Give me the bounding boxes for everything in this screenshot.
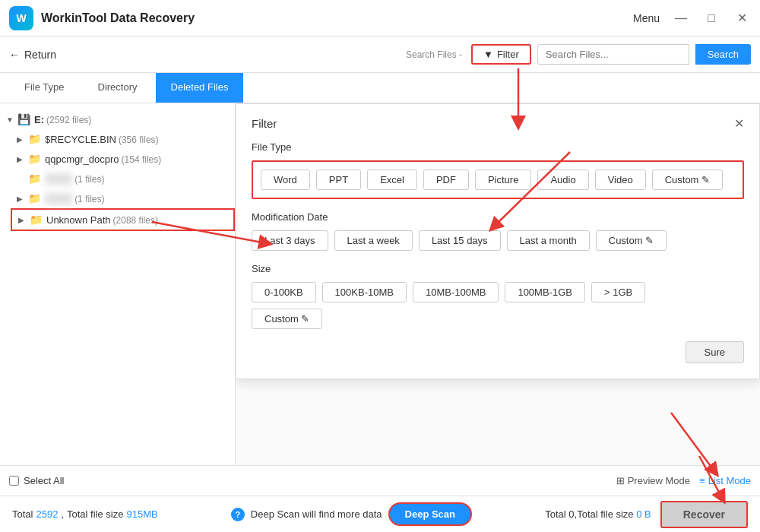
search-input[interactable] [537, 44, 689, 65]
tree-label-blurred: (1 files) [45, 193, 229, 204]
tree-item-recycle[interactable]: ▶ 📁 $RECYCLE.BIN(356 files) [11, 129, 235, 149]
filter-size-custom-button[interactable]: Custom ✎ [252, 309, 322, 329]
info-icon: ? [231, 508, 245, 521]
preview-icon: ⊞ [616, 475, 625, 486]
restore-button[interactable]: □ [702, 11, 720, 25]
bottom-right: Total 0,Total file size 0 B Recover [545, 501, 748, 528]
filter-last15days-button[interactable]: Last 15 days [419, 230, 501, 251]
search-files-label: Search Files - [406, 49, 462, 60]
filter-picture-button[interactable]: Picture [475, 169, 531, 190]
filter-size-100mb-1gb-button[interactable]: 100MB-1GB [505, 282, 585, 302]
expand-arrow-icon: ▼ [6, 116, 14, 124]
return-label: Return [24, 49, 56, 61]
bottom-bar: Total 2592 , Total file size 915MB ? Dee… [0, 496, 760, 532]
toolbar: ← Return Search Files - ▼ Filter Search [0, 36, 760, 73]
filter-size-buttons: 0-100KB 100KB-10MB 10MB-100MB 100MB-1GB … [252, 282, 744, 302]
select-all-label: Select All [24, 475, 64, 486]
filter-custom-date-button[interactable]: Custom ✎ [596, 230, 667, 251]
tree-label: qqpcmgr_docpro(154 files) [45, 154, 229, 165]
sure-button[interactable]: Sure [686, 341, 744, 363]
folder-icon: 📁 [28, 133, 41, 145]
title-right: Menu — □ ✕ [633, 11, 751, 25]
filter-header: Filter ✕ [252, 116, 744, 131]
total-size-label: Total file size [67, 508, 123, 520]
menu-button[interactable]: Menu [633, 12, 660, 24]
filter-video-button[interactable]: Video [595, 169, 646, 190]
filter-size-0-100kb-button[interactable]: 0-100KB [252, 282, 316, 302]
toolbar-right: Search Files - ▼ Filter Search [406, 44, 751, 65]
file-list-area: File name ↕ Type ↕ Size ↕ Modification D… [236, 103, 760, 465]
filter-pdf-button[interactable]: PDF [423, 169, 469, 190]
bottom-left: Total 2592 , Total file size 915MB [12, 508, 158, 520]
filter-close-button[interactable]: ✕ [734, 116, 744, 131]
filter-last3days-button[interactable]: Last 3 days [252, 230, 328, 251]
return-arrow-icon: ← [9, 49, 20, 61]
filter-modification-date-title: Modification Date [252, 211, 744, 223]
filter-size-gt1gb-button[interactable]: > 1GB [591, 282, 645, 302]
search-button[interactable]: Search [695, 44, 751, 65]
filter-size-10mb-100mb-button[interactable]: 10MB-100MB [413, 282, 499, 302]
filter-word-button[interactable]: Word [261, 169, 310, 190]
filter-file-type-buttons: Word PPT Excel PDF Picture Audio Video C… [261, 169, 735, 190]
filter-excel-button[interactable]: Excel [367, 169, 417, 190]
filter-size-title: Size [252, 263, 744, 274]
filter-size-section: Size 0-100KB 100KB-10MB 10MB-100MB 100MB… [252, 263, 744, 329]
filter-custom-filetype-button[interactable]: Custom ✎ [652, 169, 723, 190]
tab-bar: File Type Directory Deleted Files [0, 73, 760, 103]
app-icon: W [9, 6, 33, 30]
title-bar: W WorkinTool Data Recovery Menu — □ ✕ [0, 0, 760, 36]
deep-scan-button[interactable]: Deep Scan [388, 502, 472, 526]
filter-lastweek-button[interactable]: Last a week [334, 230, 413, 251]
total-label: Total [12, 508, 33, 520]
tab-directory[interactable]: Directory [83, 73, 153, 103]
expand-arrow-icon: ▶ [17, 135, 24, 144]
right-size-label: Total file size [577, 508, 636, 520]
app-title: WorkinTool Data Recovery [41, 11, 195, 25]
filter-size-100kb-10mb-button[interactable]: 100KB-10MB [322, 282, 407, 302]
folder-icon: 📁 [28, 192, 41, 204]
recover-button[interactable]: Recover [660, 501, 748, 528]
tree-label: E:(2592 files) [34, 114, 229, 125]
folder-icon: 📁 [30, 214, 43, 226]
total-size: 915MB [126, 508, 157, 520]
tree-item-blurred1[interactable]: 📁 (1 files) [11, 169, 235, 188]
drive-icon: 💾 [17, 113, 30, 125]
comma: , [61, 508, 64, 520]
list-mode-button[interactable]: ≡ List Mode [699, 475, 751, 486]
title-left: W WorkinTool Data Recovery [9, 6, 195, 30]
file-tree: ▼ 💾 E:(2592 files) ▶ 📁 $RECYCLE.BIN(356 … [0, 103, 236, 465]
tree-label: $RECYCLE.BIN(356 files) [45, 134, 229, 145]
tab-deleted-files[interactable]: Deleted Files [156, 73, 244, 103]
return-button[interactable]: ← Return [9, 49, 56, 61]
close-button[interactable]: ✕ [733, 11, 751, 25]
minimize-button[interactable]: — [672, 11, 690, 25]
tab-file-type[interactable]: File Type [9, 73, 80, 103]
filter-panel-title: Filter [252, 117, 277, 130]
filter-icon: ▼ [483, 49, 493, 60]
filter-file-type-title: File Type [252, 141, 744, 153]
select-all-bottom-checkbox[interactable] [9, 476, 19, 486]
folder-icon: 📁 [28, 173, 41, 185]
tree-item-unknown[interactable]: ▶ 📁 Unknown Path(2088 files) [11, 208, 235, 231]
filter-button[interactable]: ▼ Filter [471, 44, 531, 65]
tree-item-root[interactable]: ▼ 💾 E:(2592 files) [0, 109, 235, 129]
expand-arrow-icon: ▶ [18, 216, 26, 224]
filter-ppt-button[interactable]: PPT [316, 169, 361, 190]
filter-lastamonth-button[interactable]: Last a month [507, 230, 590, 251]
view-mode-controls: ⊞ Preview Mode ≡ List Mode [616, 475, 751, 486]
bottom-center: ? Deep Scan will find more data Deep Sca… [231, 502, 472, 526]
expand-arrow-icon: ▶ [17, 155, 24, 163]
preview-mode-label: Preview Mode [628, 475, 690, 486]
filter-audio-button[interactable]: Audio [537, 169, 588, 190]
list-mode-label: List Mode [708, 475, 751, 486]
right-total-label: Total 0,Total file size 0 B [545, 508, 651, 520]
filter-file-type-section: File Type Word PPT Excel PDF Picture Aud… [252, 141, 744, 199]
tree-item-qqpcmgr[interactable]: ▶ 📁 qqpcmgr_docpro(154 files) [11, 149, 235, 169]
filter-panel: Filter ✕ File Type Word PPT Excel PDF Pi… [236, 103, 760, 379]
select-all-row[interactable]: Select All [9, 475, 64, 486]
tree-label-blurred: (1 files) [45, 173, 229, 185]
preview-mode-button[interactable]: ⊞ Preview Mode [616, 475, 690, 486]
tree-item-blurred2[interactable]: ▶ 📁 (1 files) [11, 188, 235, 208]
content-area: ▼ 💾 E:(2592 files) ▶ 📁 $RECYCLE.BIN(356 … [0, 103, 760, 465]
filter-size-custom-row: Custom ✎ [252, 309, 744, 329]
